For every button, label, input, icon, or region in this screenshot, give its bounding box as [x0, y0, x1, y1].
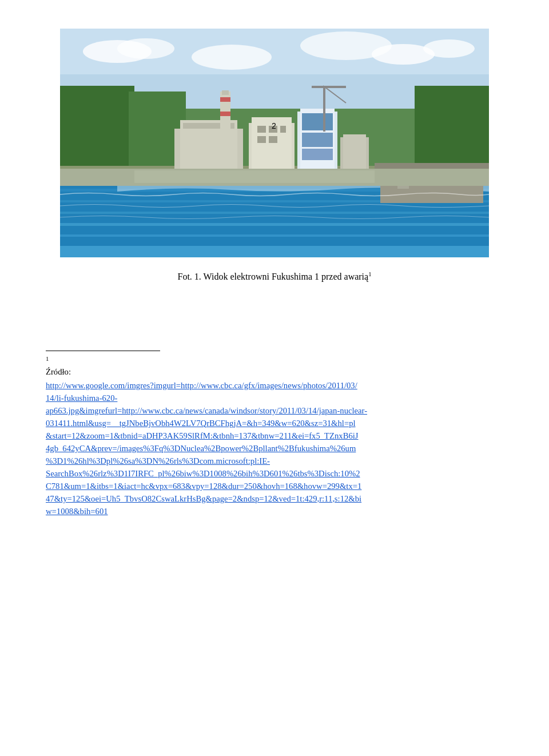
footnote-divider: [46, 351, 160, 351]
svg-rect-37: [302, 133, 333, 147]
svg-rect-20: [60, 246, 489, 257]
svg-point-3: [117, 38, 174, 59]
caption-area: Fot. 1. Widok elektrowni Fukushima 1 prz…: [46, 271, 503, 282]
svg-point-4: [192, 45, 272, 70]
image-container: 2: [46, 29, 503, 260]
svg-rect-44: [220, 112, 230, 116]
svg-point-7: [423, 39, 475, 58]
svg-rect-38: [302, 149, 333, 160]
caption-text: Fot. 1. Widok elektrowni Fukushima 1 prz…: [178, 272, 369, 281]
svg-rect-47: [312, 86, 346, 88]
svg-rect-33: [269, 136, 277, 143]
svg-rect-50: [134, 170, 375, 183]
svg-text:2: 2: [272, 121, 276, 130]
svg-rect-19: [60, 234, 489, 237]
nuclear-plant-image: 2: [60, 29, 489, 257]
svg-rect-17: [60, 212, 489, 214]
svg-rect-46: [323, 86, 325, 132]
footnote-label: Źródło:: [46, 367, 503, 377]
svg-rect-42: [222, 90, 229, 95]
svg-rect-31: [280, 126, 286, 133]
svg-rect-36: [302, 113, 333, 130]
caption-superscript: 1: [368, 271, 371, 277]
svg-rect-32: [257, 136, 266, 143]
footnote-number: 1: [46, 356, 49, 362]
svg-rect-43: [220, 97, 230, 102]
footnote-text: http://www.google.com/imgres?imgurl=http…: [46, 379, 503, 518]
svg-rect-18: [60, 223, 489, 226]
svg-rect-40: [343, 134, 366, 172]
page-content: 2 Fot. 1. Widok elektrowni Fukushima 1 p…: [46, 29, 503, 518]
footnote-section: 1 Źródło: http://www.google.com/imgres?i…: [46, 351, 503, 517]
footnote-link[interactable]: http://www.google.com/imgres?imgurl=http…: [46, 381, 367, 516]
page-wrapper: 2 Fot. 1. Widok elektrowni Fukushima 1 p…: [46, 29, 503, 756]
svg-rect-29: [257, 126, 266, 133]
